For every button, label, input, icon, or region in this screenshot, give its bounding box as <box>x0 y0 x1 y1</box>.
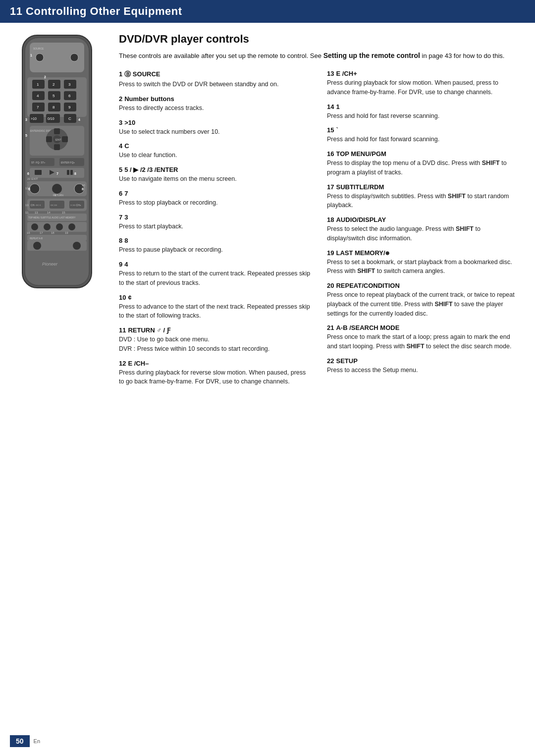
svg-text:Pioneer: Pioneer <box>42 262 58 267</box>
shift-ref-17: SHIFT <box>448 193 466 200</box>
control-15: 15 ` Press and hold for fast forward sca… <box>327 126 520 144</box>
ctrl-desc-5: Use to navigate items on the menu screen… <box>119 174 312 184</box>
svg-text:22 EXIT: 22 EXIT <box>27 177 38 180</box>
control-6: 6 7 Press to stop playback or recording. <box>119 190 312 208</box>
svg-point-60 <box>30 184 40 194</box>
ctrl-label-21: A-B /SEARCH MODE <box>336 324 399 331</box>
control-2: 2 Number buttons Press to directly acces… <box>119 95 312 113</box>
svg-text:C: C <box>68 116 71 121</box>
ctrl-label-16: TOP MENU/PGM <box>336 150 386 158</box>
svg-rect-54 <box>67 170 69 175</box>
ctrl-desc-7: Press to start playback. <box>119 222 312 231</box>
ctrl-label-12: e /CH– <box>128 360 149 367</box>
svg-text:18: 18 <box>51 231 54 234</box>
controls-left-col: 1 Ⓑ SOURCE Press to switch the DVD or DV… <box>119 70 312 392</box>
ctrl-label-14: 1 <box>336 103 339 110</box>
control-20: 20 REPEAT/CONDITION Press once to repeat… <box>327 282 520 318</box>
svg-text:4: 4 <box>37 94 39 98</box>
svg-rect-39 <box>54 144 60 150</box>
svg-rect-50 <box>35 170 42 175</box>
svg-text:5: 5 <box>25 134 27 137</box>
svg-text:19: 19 <box>65 231 68 234</box>
ctrl-desc-20: Press once to repeat playback of the cur… <box>327 290 520 318</box>
ctrl-desc-8: Press to pause playback or recording. <box>119 245 312 255</box>
svg-text:8: 8 <box>82 187 84 191</box>
control-10: 10 ¢ Press to advance to the start of th… <box>119 294 312 321</box>
ctrl-num-6: 6 <box>119 190 122 197</box>
remote-image: SOURCE 1 1 2 3 4 5 6 <box>12 33 102 292</box>
svg-text:8: 8 <box>74 172 76 175</box>
ctrl-desc-22: Press to access the Setup menu. <box>327 366 520 375</box>
ctrl-label-6: 7 <box>124 190 128 197</box>
control-8: 8 8 Press to pause playback or recording… <box>119 237 312 255</box>
ctrl-num-11: 11 <box>119 326 126 334</box>
chapter-number: 11 <box>10 5 22 17</box>
ctrl-num-3: 3 <box>119 119 122 126</box>
section-title: DVD/DVR player controls <box>119 33 520 46</box>
control-13: 13 E /CH+ Press during playback for slow… <box>327 70 520 97</box>
control-4: 4 C Use to clear function. <box>119 142 312 160</box>
svg-point-87 <box>68 223 75 230</box>
ctrl-label-8: 8 <box>124 237 128 244</box>
control-18: 18 AUDIO/DISPLAY Press to select the aud… <box>327 216 520 243</box>
shift-ref-16: SHIFT <box>482 160 500 166</box>
ctrl-label-17: SUBTITLE/RDM <box>336 183 384 191</box>
ctrl-num-14: 14 <box>327 103 334 110</box>
svg-text:0/10: 0/10 <box>48 117 54 120</box>
controls-right-col: 13 E /CH+ Press during playback for slow… <box>327 70 520 392</box>
ctrl-label-10: ¢ <box>128 294 131 301</box>
header-banner: 11 Controlling Other Equipment <box>0 0 535 23</box>
svg-text:<<  >>: << >> <box>51 204 57 207</box>
ctrl-label-22: SETUP <box>336 357 357 365</box>
ctrl-num-5: 5 <box>119 166 122 173</box>
ctrl-num-7: 7 <box>119 214 122 221</box>
ctrl-label-2: Number buttons <box>124 95 174 103</box>
intro-paragraph: These controls are available after you s… <box>119 51 520 61</box>
control-11: 11 RETURN ♂ / ƒ DVD : Use to go back one… <box>119 326 312 354</box>
ctrl-label-5: 5 / ▶ /2 /3 /ENTER <box>124 166 178 173</box>
svg-text:5: 5 <box>53 94 55 98</box>
svg-text:3: 3 <box>68 82 71 87</box>
ctrl-num-2: 2 <box>119 95 122 103</box>
svg-text:1: 1 <box>37 82 39 87</box>
ctrl-num-8: 8 <box>119 237 122 244</box>
shift-ref-19: SHIFT <box>357 268 375 274</box>
svg-text:REPEAT          A-B: REPEAT A-B <box>30 237 43 240</box>
control-3: 3 >10 Use to select track numbers over 1… <box>119 119 312 137</box>
svg-text:>10: >10 <box>31 117 37 120</box>
control-12: 12 e /CH– Press during playback for reve… <box>119 360 312 387</box>
ctrl-label-7: 3 <box>124 214 128 221</box>
control-9: 9 4 Press to return to the start of the … <box>119 261 312 288</box>
svg-text:6: 6 <box>27 172 29 175</box>
svg-rect-41 <box>62 136 68 142</box>
svg-point-62 <box>52 184 62 194</box>
ctrl-num-15: 15 <box>327 126 334 134</box>
control-22: 22 SETUP Press to access the Setup menu. <box>327 357 520 375</box>
ctrl-num-4: 4 <box>119 142 122 150</box>
svg-point-98 <box>73 242 81 250</box>
ctrl-desc-19: Press to set a bookmark, or start playba… <box>327 258 520 276</box>
page-number: 50 <box>10 735 30 747</box>
control-14: 14 1 Press and hold for fast reverse sca… <box>327 103 520 121</box>
ctrl-label-20: REPEAT/CONDITION <box>336 282 399 289</box>
ctrl-label-3: >10 <box>124 119 135 126</box>
control-7: 7 3 Press to start playback. <box>119 214 312 231</box>
svg-text:ST-  FQ-  ST+: ST- FQ- ST+ <box>31 161 46 164</box>
ctrl-num-1: 1 <box>119 70 122 78</box>
ctrl-desc-1: Press to switch the DVD or DVR between s… <box>119 80 312 89</box>
content-col: DVD/DVR player controls These controls a… <box>109 23 535 402</box>
ctrl-desc-3: Use to select track numbers over 10. <box>119 127 312 137</box>
ctrl-desc-15: Press and hold for fast forward scanning… <box>327 135 520 144</box>
ctrl-num-22: 22 <box>327 357 334 365</box>
ctrl-desc-16: Press to display the top menu of a DVD d… <box>327 159 520 177</box>
ctrl-desc-12: Press during playback for reverse slow m… <box>119 368 312 387</box>
ctrl-desc-9: Press to return to the start of the curr… <box>119 269 312 288</box>
ctrl-num-17: 17 <box>327 183 334 191</box>
ctrl-label-9: 4 <box>124 261 128 268</box>
svg-text:2: 2 <box>53 82 55 87</box>
shift-ref-20: SHIFT <box>434 301 452 308</box>
svg-point-84 <box>31 223 38 230</box>
ctrl-num-18: 18 <box>327 216 334 223</box>
svg-rect-38 <box>54 128 60 134</box>
intro-bold: Setting up the remote control <box>323 52 420 59</box>
